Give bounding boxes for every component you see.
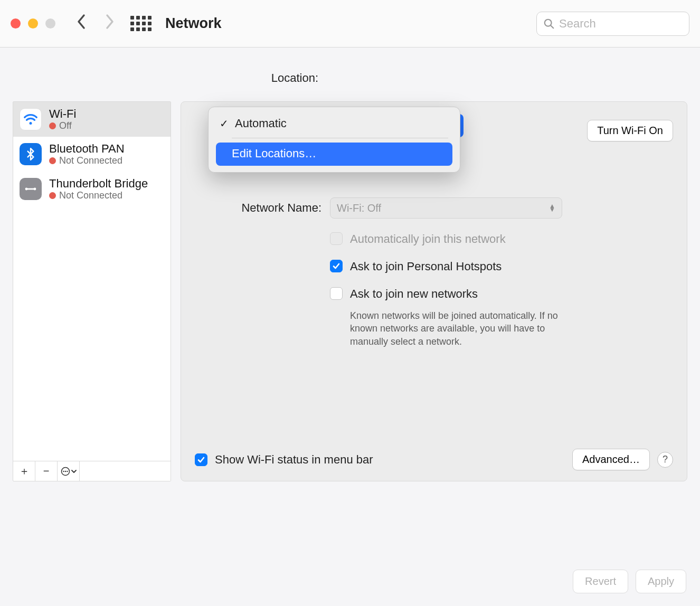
- sidebar-item-thunderbolt-bridge[interactable]: Thunderbolt Bridge Not Connected: [13, 172, 171, 206]
- location-menu-item-label: Automatic: [235, 117, 287, 130]
- ask-new-hint: Known networks will be joined automatica…: [350, 309, 577, 348]
- status-dot-icon: [49, 192, 56, 199]
- sidebar-item-label: Bluetooth PAN: [49, 142, 125, 155]
- location-label: Location:: [128, 71, 318, 85]
- status-dot-icon: [49, 122, 56, 129]
- ask-new-label: Ask to join new networks: [350, 287, 478, 301]
- sidebar-item-label: Thunderbolt Bridge: [49, 177, 148, 190]
- help-button[interactable]: ?: [657, 452, 673, 468]
- chevron-down-icon: [71, 469, 77, 474]
- search-icon: [543, 18, 555, 30]
- network-name-label: Network Name:: [195, 201, 321, 215]
- remove-interface-button[interactable]: −: [35, 461, 58, 481]
- bottom-buttons: Revert Apply: [573, 570, 686, 593]
- location-menu-item-edit[interactable]: Edit Locations…: [216, 143, 452, 166]
- auto-join-row: Automatically join this network: [330, 232, 673, 246]
- location-menu-item-label: Edit Locations…: [232, 147, 316, 160]
- menu-separator: [232, 138, 448, 138]
- interfaces-list: Wi-Fi Off Bluetooth PAN Not Connected: [13, 102, 171, 461]
- checkmark-icon: ✓: [218, 117, 230, 130]
- auto-join-checkbox: [330, 232, 343, 245]
- sidebar-footer-filler: [80, 461, 171, 481]
- show-menubar-checkbox[interactable]: [195, 453, 207, 466]
- sidebar-footer: ＋ −: [13, 461, 171, 481]
- toolbar: Network: [0, 0, 700, 48]
- add-interface-button[interactable]: ＋: [13, 461, 35, 481]
- plus-icon: ＋: [19, 464, 30, 478]
- sidebar-item-label: Wi-Fi: [49, 107, 76, 120]
- forward-button: [105, 13, 115, 34]
- personal-hotspots-row: Ask to join Personal Hotspots: [330, 260, 673, 273]
- network-name-value: Wi-Fi: Off: [337, 202, 381, 214]
- location-menu: ✓ Automatic Edit Locations…: [208, 107, 460, 173]
- svg-point-8: [64, 470, 65, 471]
- svg-point-9: [67, 470, 68, 471]
- checkmark-icon: [197, 456, 205, 464]
- window-controls: [11, 18, 55, 29]
- more-actions-button[interactable]: [58, 461, 80, 481]
- bluetooth-icon: [20, 143, 42, 165]
- svg-rect-5: [26, 188, 35, 190]
- sidebar-item-wifi[interactable]: Wi-Fi Off: [13, 102, 171, 137]
- back-button[interactable]: [77, 13, 86, 34]
- personal-hotspots-label: Ask to join Personal Hotspots: [350, 260, 502, 273]
- personal-hotspots-checkbox[interactable]: [330, 260, 343, 272]
- search-field[interactable]: [536, 12, 689, 36]
- apply-button[interactable]: Apply: [636, 570, 686, 593]
- svg-point-7: [63, 470, 64, 471]
- sidebar-item-status: Not Connected: [49, 190, 148, 201]
- ask-new-checkbox[interactable]: [330, 287, 343, 300]
- ask-new-row: Ask to join new networks: [330, 287, 673, 301]
- show-all-icon[interactable]: [130, 16, 152, 31]
- minimize-window-button[interactable]: [28, 18, 38, 29]
- network-name-row: Network Name: Wi-Fi: Off ▲▼: [195, 197, 673, 219]
- page-title: Network: [165, 15, 536, 32]
- close-window-button[interactable]: [11, 18, 21, 29]
- sidebar-item-status: Off: [49, 120, 76, 131]
- revert-button[interactable]: Revert: [573, 570, 628, 593]
- updown-stepper-icon: ▲▼: [549, 204, 555, 211]
- detail-footer: Show Wi-Fi status in menu bar Advanced… …: [195, 438, 673, 470]
- ellipsis-circle-icon: [61, 467, 70, 476]
- sidebar-item-bluetooth-pan[interactable]: Bluetooth PAN Not Connected: [13, 137, 171, 172]
- svg-point-2: [30, 122, 32, 125]
- interfaces-sidebar: Wi-Fi Off Bluetooth PAN Not Connected: [13, 101, 171, 481]
- svg-line-1: [551, 25, 553, 27]
- body: Location: Wi-Fi Off: [0, 48, 700, 606]
- minus-icon: −: [43, 465, 50, 477]
- nav-buttons: [77, 13, 115, 34]
- advanced-button[interactable]: Advanced…: [572, 449, 650, 470]
- sidebar-item-status: Not Connected: [49, 155, 125, 166]
- location-row: Location:: [13, 58, 687, 101]
- wifi-icon: [20, 108, 42, 130]
- location-menu-item-automatic[interactable]: ✓ Automatic: [213, 112, 456, 136]
- thunderbolt-bridge-icon: [20, 178, 42, 200]
- network-name-select[interactable]: Wi-Fi: Off ▲▼: [330, 197, 562, 219]
- search-input[interactable]: [559, 17, 700, 31]
- status-dot-icon: [49, 157, 56, 164]
- zoom-window-button[interactable]: [45, 18, 55, 29]
- checkmark-icon: [332, 262, 340, 270]
- auto-join-label: Automatically join this network: [350, 232, 506, 246]
- show-menubar-label: Show Wi-Fi status in menu bar: [215, 453, 373, 467]
- toggle-wifi-button[interactable]: Turn Wi-Fi On: [587, 120, 673, 141]
